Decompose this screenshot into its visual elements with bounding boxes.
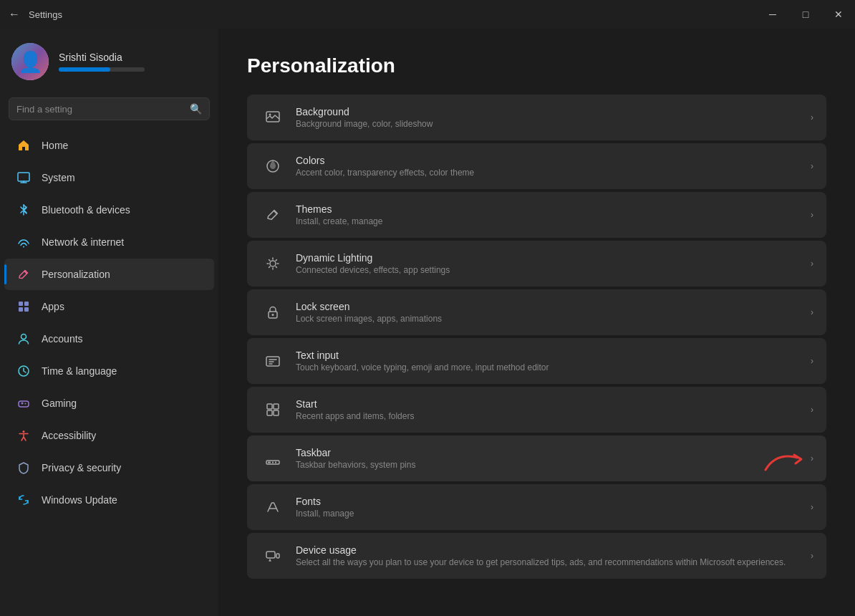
- sidebar-item-privacy[interactable]: Privacy & security: [4, 452, 214, 483]
- svg-point-12: [269, 114, 271, 116]
- sidebar-label-personalization: Personalization: [42, 269, 110, 280]
- sidebar-item-time[interactable]: Time & language: [4, 355, 214, 387]
- settings-item-start[interactable]: Start Recent apps and items, folders ›: [247, 387, 826, 433]
- fonts-text: Fonts Install, manage: [296, 496, 811, 519]
- start-title: Start: [296, 398, 811, 410]
- sidebar-item-bluetooth[interactable]: Bluetooth & devices: [4, 194, 214, 226]
- sidebar-label-bluetooth: Bluetooth & devices: [42, 204, 130, 216]
- settings-item-background[interactable]: Background Background image, color, slid…: [247, 95, 826, 140]
- taskbar-icon: [260, 446, 286, 471]
- user-progress-fill: [59, 67, 110, 72]
- sidebar-label-network: Network & internet: [42, 236, 124, 248]
- svg-rect-4: [19, 307, 23, 312]
- themes-icon: [260, 202, 286, 228]
- network-icon: [16, 234, 32, 250]
- accounts-icon: [16, 331, 32, 347]
- search-box[interactable]: 🔍: [9, 97, 210, 120]
- sidebar-label-gaming: Gaming: [42, 398, 77, 409]
- sidebar-label-system: System: [42, 172, 75, 183]
- themes-title: Themes: [296, 203, 811, 215]
- sidebar-item-apps[interactable]: Apps: [4, 291, 214, 322]
- colors-title: Colors: [296, 155, 811, 166]
- gaming-icon: [16, 395, 32, 411]
- home-icon: [16, 138, 32, 153]
- start-icon: [260, 397, 286, 423]
- svg-rect-2: [19, 302, 23, 306]
- sidebar-item-personalization[interactable]: Personalization: [4, 259, 214, 290]
- user-name: Srishti Sisodia: [59, 52, 145, 63]
- sidebar-item-gaming[interactable]: Gaming: [4, 388, 214, 419]
- svg-rect-21: [274, 410, 279, 415]
- lock-screen-text: Lock screen Lock screen images, apps, an…: [296, 301, 811, 324]
- device-usage-desc: Select all the ways you plan to use your…: [296, 557, 811, 567]
- settings-item-themes[interactable]: Themes Install, create, manage ›: [247, 192, 826, 238]
- maximize-button[interactable]: □: [789, 0, 822, 29]
- sidebar: Srishti Sisodia 🔍 Home System Bluetooth …: [0, 29, 218, 616]
- device-usage-chevron: ›: [811, 551, 813, 561]
- svg-point-6: [21, 335, 26, 340]
- svg-rect-25: [275, 462, 276, 463]
- taskbar-title: Taskbar: [296, 447, 811, 458]
- titlebar: ← Settings ─ □ ✕: [0, 0, 855, 29]
- sidebar-label-update: Windows Update: [42, 494, 117, 506]
- svg-rect-18: [267, 404, 272, 409]
- background-text: Background Background image, color, slid…: [296, 106, 811, 129]
- user-info: Srishti Sisodia: [59, 52, 145, 72]
- lock-screen-title: Lock screen: [296, 301, 811, 312]
- svg-rect-8: [19, 401, 29, 407]
- user-profile[interactable]: Srishti Sisodia: [0, 29, 218, 92]
- svg-rect-0: [18, 173, 29, 181]
- lock-screen-icon: [260, 299, 286, 325]
- background-icon: [260, 105, 286, 130]
- search-input[interactable]: [16, 104, 184, 115]
- titlebar-title: Settings: [29, 9, 62, 20]
- sidebar-item-network[interactable]: Network & internet: [4, 226, 214, 258]
- svg-point-16: [272, 314, 274, 316]
- svg-point-10: [23, 430, 25, 433]
- titlebar-controls: ─ □ ✕: [756, 0, 855, 29]
- minimize-button[interactable]: ─: [756, 0, 789, 29]
- close-button[interactable]: ✕: [822, 0, 855, 29]
- sidebar-item-accessibility[interactable]: Accessibility: [4, 420, 214, 451]
- settings-item-text-input[interactable]: Text input Touch keyboard, voice typing,…: [247, 338, 826, 384]
- sidebar-item-home[interactable]: Home: [4, 130, 214, 161]
- taskbar-chevron: ›: [811, 453, 813, 463]
- background-title: Background: [296, 106, 811, 117]
- settings-item-device-usage[interactable]: Device usage Select all the ways you pla…: [247, 533, 826, 579]
- colors-chevron: ›: [811, 161, 813, 171]
- bluetooth-icon: [16, 202, 32, 218]
- settings-item-dynamic-lighting[interactable]: Dynamic Lighting Connected devices, effe…: [247, 241, 826, 287]
- taskbar-text: Taskbar Taskbar behaviors, system pins: [296, 447, 811, 470]
- svg-rect-27: [276, 554, 279, 558]
- dynamic-lighting-text: Dynamic Lighting Connected devices, effe…: [296, 252, 811, 275]
- themes-chevron: ›: [811, 210, 813, 220]
- fonts-desc: Install, manage: [296, 509, 811, 519]
- sidebar-label-privacy: Privacy & security: [42, 462, 121, 473]
- svg-rect-19: [274, 404, 279, 409]
- main-content: Personalization Background Background im…: [218, 29, 855, 616]
- settings-item-fonts[interactable]: Fonts Install, manage ›: [247, 484, 826, 530]
- fonts-icon: [260, 494, 286, 520]
- background-chevron: ›: [811, 112, 813, 122]
- text-input-text: Text input Touch keyboard, voice typing,…: [296, 350, 811, 372]
- sidebar-item-accounts[interactable]: Accounts: [4, 323, 214, 355]
- svg-point-1: [23, 246, 24, 248]
- svg-point-14: [270, 261, 276, 266]
- lock-screen-desc: Lock screen images, apps, animations: [296, 314, 811, 324]
- text-input-desc: Touch keyboard, voice typing, emoji and …: [296, 362, 811, 372]
- sidebar-label-time: Time & language: [42, 365, 117, 377]
- settings-item-lock-screen[interactable]: Lock screen Lock screen images, apps, an…: [247, 289, 826, 335]
- sidebar-item-update[interactable]: Windows Update: [4, 484, 214, 516]
- avatar-image: [11, 43, 49, 80]
- svg-rect-5: [24, 307, 29, 312]
- sidebar-item-system[interactable]: System: [4, 162, 214, 193]
- dynamic-lighting-desc: Connected devices, effects, app settings: [296, 265, 811, 275]
- page-title: Personalization: [247, 54, 826, 77]
- search-container: 🔍: [0, 92, 218, 129]
- settings-list: Background Background image, color, slid…: [247, 95, 826, 579]
- settings-item-colors[interactable]: Colors Accent color, transparency effect…: [247, 143, 826, 189]
- back-button[interactable]: ←: [9, 8, 20, 21]
- svg-rect-24: [272, 462, 274, 463]
- background-desc: Background image, color, slideshow: [296, 119, 811, 129]
- settings-item-taskbar[interactable]: Taskbar Taskbar behaviors, system pins ›: [247, 435, 826, 481]
